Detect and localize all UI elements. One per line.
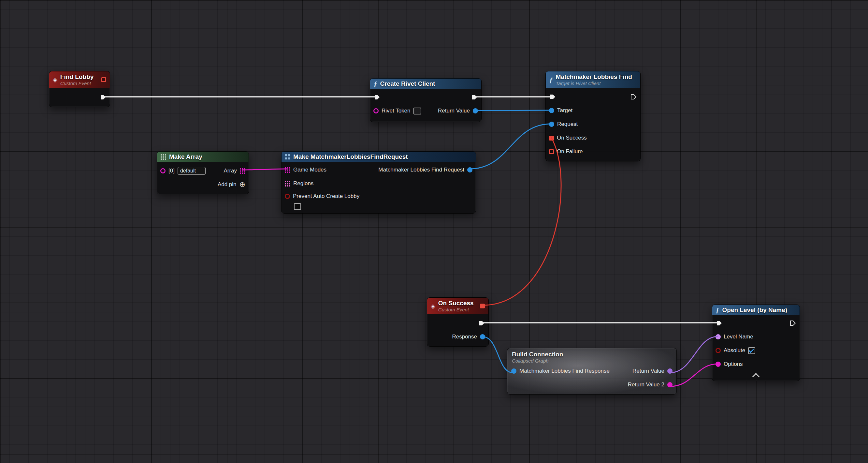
add-pin-icon[interactable]: ⊕	[240, 181, 245, 188]
exec-out-pin[interactable]	[478, 320, 485, 327]
prevent-auto-create-lobby-pin[interactable]	[285, 194, 290, 199]
return-value-pin[interactable]	[473, 108, 478, 113]
make-struct-icon	[285, 154, 290, 160]
event-icon: ◈	[431, 303, 435, 309]
pin-label: Target	[557, 107, 572, 114]
pin-label: Matchmaker Lobbies Find Request	[378, 167, 464, 173]
wire-request-struct	[469, 124, 551, 169]
prevent-auto-create-lobby-checkbox[interactable]	[294, 203, 301, 210]
node-header: Make MatchmakerLobbiesFindRequest	[281, 152, 476, 162]
pin-label: Prevent Auto Create Lobby	[293, 193, 360, 200]
exec-out-pin[interactable]	[99, 94, 106, 101]
wire-delegate-onsuccess	[485, 138, 561, 305]
wire-returnvalue-levelname	[670, 337, 718, 373]
node-title: Make MatchmakerLobbiesFindRequest	[293, 153, 472, 161]
node-make-matchmaker-lobbies-find-request[interactable]: Make MatchmakerLobbiesFindRequest Game M…	[281, 151, 476, 213]
exec-out-pin[interactable]	[789, 320, 796, 327]
pin-label: Absolute	[724, 347, 745, 354]
pin-label: Request	[557, 121, 578, 127]
node-subtitle: Collapsed Graph	[512, 358, 672, 364]
on-success-delegate-pin[interactable]	[549, 136, 554, 141]
function-icon: ƒ	[549, 77, 553, 83]
node-header: ƒ Matchmaker Lobbies Find Target is Rive…	[546, 71, 640, 88]
pin-label: Response	[452, 334, 477, 340]
pin-label: Regions	[293, 180, 313, 187]
node-on-success-event[interactable]: ◈ On Success Custom Event Response	[427, 297, 489, 347]
exec-in-pin[interactable]	[549, 93, 556, 100]
regions-pin[interactable]	[285, 181, 290, 186]
collapse-chevron-icon[interactable]	[752, 373, 760, 380]
response-in-pin[interactable]	[511, 369, 517, 374]
graph-canvas[interactable]: ◈ Find Lobby Custom Event ƒ Create Rivet…	[0, 0, 868, 463]
node-subtitle: Target is Rivet Client	[556, 81, 637, 86]
level-name-pin[interactable]	[715, 334, 721, 340]
node-title: Matchmaker Lobbies Find	[556, 74, 637, 81]
node-title: Create Rivet Client	[380, 80, 478, 87]
node-make-array[interactable]: Make Array [0] Array Add pin ⊕	[157, 151, 249, 194]
pin-label: Return Value 2	[628, 381, 664, 388]
target-pin[interactable]	[549, 108, 554, 113]
pin-label: [0]	[168, 168, 175, 174]
function-icon: ƒ	[716, 307, 719, 313]
pin-label: Game Modes	[293, 167, 327, 173]
node-header: ƒ Open Level (by Name)	[712, 305, 800, 315]
exec-out-pin[interactable]	[471, 94, 478, 101]
absolute-checkbox[interactable]	[748, 347, 755, 354]
node-title: Open Level (by Name)	[722, 307, 796, 314]
node-title: Build Connection	[512, 351, 672, 358]
node-title: On Success	[438, 300, 477, 307]
wire-layer	[0, 0, 868, 463]
pin-label: Return Value	[632, 368, 664, 374]
rivet-token-pin[interactable]	[373, 108, 379, 113]
exec-out-pin[interactable]	[630, 93, 637, 100]
node-header: ƒ Create Rivet Client	[370, 79, 481, 89]
node-find-lobby[interactable]: ◈ Find Lobby Custom Event	[49, 71, 110, 107]
pin-label: Matchmaker Lobbies Find Response	[519, 368, 610, 374]
request-pin[interactable]	[549, 122, 554, 127]
return-value-pin[interactable]	[667, 369, 673, 374]
options-pin[interactable]	[715, 361, 721, 367]
pin-label: On Failure	[557, 148, 583, 155]
array-index-pin[interactable]	[160, 168, 165, 173]
delegate-pin[interactable]	[480, 303, 485, 309]
pin-label: Level Name	[724, 334, 753, 340]
node-open-level[interactable]: ƒ Open Level (by Name) Level Name Absolu…	[712, 305, 800, 381]
node-header: Build Connection Collapsed Graph	[507, 348, 676, 364]
on-failure-delegate-pin[interactable]	[549, 149, 554, 154]
response-pin[interactable]	[480, 334, 485, 340]
array-out-pin[interactable]	[240, 168, 245, 174]
event-icon: ◈	[53, 77, 57, 83]
node-header: ◈ Find Lobby Custom Event	[49, 71, 110, 88]
pin-label: Return Value	[438, 108, 470, 114]
node-title: Find Lobby	[60, 74, 98, 81]
pin-label: Rivet Token	[381, 108, 410, 114]
wire-returnvalue2-options	[670, 364, 718, 386]
request-out-pin[interactable]	[467, 167, 472, 172]
pin-label: Options	[724, 361, 743, 368]
node-matchmaker-lobbies-find[interactable]: ƒ Matchmaker Lobbies Find Target is Rive…	[546, 71, 641, 162]
exec-in-pin[interactable]	[715, 320, 723, 327]
add-pin-label: Add pin	[218, 181, 237, 188]
node-subtitle: Custom Event	[60, 81, 98, 86]
delegate-pin[interactable]	[101, 77, 106, 82]
node-title: Make Array	[169, 153, 245, 161]
rivet-token-field[interactable]	[413, 108, 421, 114]
absolute-pin[interactable]	[715, 348, 721, 353]
array-element-input[interactable]	[178, 167, 206, 175]
return-value-2-pin[interactable]	[667, 382, 673, 387]
exec-in-pin[interactable]	[373, 94, 380, 101]
node-subtitle: Custom Event	[438, 307, 477, 312]
array-icon	[161, 154, 166, 160]
wire-returnvalue-target	[475, 110, 551, 111]
node-header: ◈ On Success Custom Event	[427, 298, 488, 314]
function-icon: ƒ	[374, 81, 377, 87]
check-icon	[749, 347, 754, 352]
pin-label: Array	[223, 168, 237, 174]
pin-label: On Success	[557, 135, 587, 141]
node-create-rivet-client[interactable]: ƒ Create Rivet Client Rivet Token Return…	[370, 78, 482, 122]
node-header: Make Array	[157, 152, 249, 162]
node-build-connection[interactable]: Build Connection Collapsed Graph Matchma…	[507, 348, 677, 395]
wire-array-gamemodes	[242, 169, 287, 170]
game-modes-pin[interactable]	[285, 167, 290, 173]
